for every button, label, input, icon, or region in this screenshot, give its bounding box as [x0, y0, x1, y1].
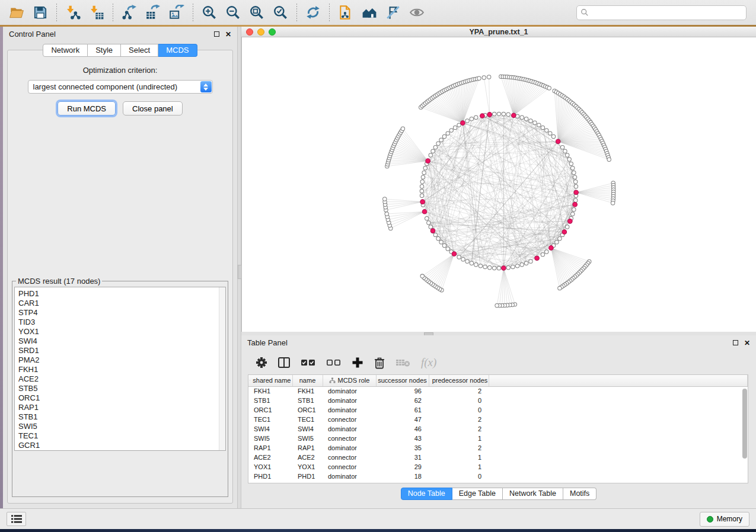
table-panel-title: Table Panel — [247, 338, 288, 347]
toolbar-separator — [113, 4, 113, 21]
network-titlebar: YPA_prune.txt_1 — [241, 27, 756, 37]
mcds-node-item[interactable]: SWI5 — [18, 422, 225, 431]
table-row[interactable]: ORC1ORC1dominator610 — [248, 405, 748, 415]
table-toolbar: f(x) — [241, 350, 756, 374]
mcds-node-item[interactable]: STP4 — [18, 308, 225, 318]
float-panel-icon[interactable] — [214, 31, 219, 37]
mcds-node-item[interactable]: ACE2 — [18, 374, 225, 384]
criterion-dropdown[interactable]: largest connected component (undirected) — [28, 80, 213, 94]
table-row[interactable]: SWI5SWI5connector431 — [248, 434, 748, 443]
mcds-node-item[interactable]: STB5 — [18, 384, 225, 393]
run-mcds-button[interactable]: Run MCDS — [58, 101, 116, 116]
tab-node-table[interactable]: Node Table — [401, 488, 452, 500]
column-header-shared-name[interactable]: shared name — [248, 375, 292, 386]
close-panel-icon[interactable]: ✕ — [744, 339, 750, 347]
import-table-button[interactable] — [86, 2, 107, 23]
table-scrollbar[interactable] — [742, 387, 747, 482]
export-network-button[interactable] — [119, 2, 140, 23]
tab-mcds[interactable]: MCDS — [158, 44, 197, 57]
export-network-icon — [122, 5, 137, 20]
column-header-successor-nodes[interactable]: successor nodes — [376, 375, 429, 386]
table-row[interactable]: YOX1YOX1connector291 — [248, 462, 748, 472]
tab-select[interactable]: Select — [121, 44, 158, 57]
mcds-node-item[interactable]: ORC1 — [18, 393, 225, 403]
network-canvas[interactable] — [241, 37, 756, 332]
column-header-name[interactable]: name — [292, 375, 323, 386]
tab-network-table[interactable]: Network Table — [503, 488, 563, 500]
close-panel-button[interactable]: Close panel — [123, 101, 183, 116]
delete-column-button[interactable] — [374, 355, 385, 370]
main-toolbar — [0, 0, 756, 25]
table-scrollbar-thumb[interactable] — [742, 389, 747, 459]
mcds-node-item[interactable]: STB1 — [18, 412, 225, 422]
save-session-button[interactable] — [30, 2, 51, 23]
tab-edge-table[interactable]: Edge Table — [452, 488, 503, 500]
show-hidden-button[interactable] — [406, 2, 428, 23]
apply-layout-button[interactable] — [302, 2, 324, 23]
table-row[interactable]: ACE2ACE2connector311 — [248, 453, 748, 462]
table-row[interactable]: SWI4SWI4dominator462 — [248, 424, 748, 434]
mcds-node-item[interactable]: PMA2 — [18, 355, 225, 365]
float-panel-icon[interactable] — [733, 340, 738, 345]
hide-annotations-button[interactable] — [382, 2, 404, 23]
open-network-file-button[interactable] — [335, 2, 356, 23]
table-row[interactable]: RAP1RAP1dominator352 — [248, 443, 748, 453]
zoom-fit-icon — [249, 5, 264, 20]
mcds-node-item[interactable]: YOX1 — [18, 327, 225, 336]
tab-network[interactable]: Network — [43, 44, 88, 57]
mcds-node-item[interactable]: GCR1 — [18, 441, 225, 450]
trash-icon — [374, 357, 385, 369]
mcds-node-item[interactable]: CAR1 — [18, 299, 225, 308]
import-table-icon — [89, 5, 104, 20]
zoom-fit-button[interactable] — [246, 2, 267, 23]
open-session-button[interactable] — [6, 2, 27, 23]
show-columns-button[interactable] — [277, 355, 291, 370]
tab-motifs[interactable]: Motifs — [563, 488, 596, 500]
mcds-node-item[interactable]: SRD1 — [18, 346, 225, 355]
mcds-node-item[interactable]: SWI4 — [18, 336, 225, 346]
table-row[interactable]: PHD1PHD1dominator180 — [248, 472, 748, 481]
vertical-splitter[interactable] — [237, 27, 241, 508]
create-column-button[interactable] — [352, 355, 363, 370]
column-header-mcds-role[interactable]: MCDS role — [323, 375, 376, 386]
export-table-button[interactable] — [142, 2, 164, 23]
mcds-list-scrollbar[interactable] — [219, 287, 225, 450]
table-settings-button[interactable] — [256, 355, 267, 370]
function-builder-button[interactable]: f(x) — [421, 355, 436, 370]
table-tabs: Node Table Edge Table Network Table Moti… — [241, 488, 756, 500]
optimization-criterion-label: Optimization criterion: — [8, 66, 232, 75]
network-title: YPA_prune.txt_1 — [241, 28, 756, 36]
import-network-button[interactable] — [62, 2, 84, 23]
tab-style[interactable]: Style — [88, 44, 121, 57]
table-row[interactable]: FKH1FKH1dominator962 — [248, 386, 748, 396]
network-file-icon — [338, 5, 353, 20]
control-panel-title: Control Panel — [9, 30, 56, 39]
show-log-button[interactable] — [7, 512, 26, 526]
mcds-result-list[interactable]: PHD1CAR1STP4TID3YOX1SWI4SRD1PMA2FKH1ACE2… — [14, 287, 226, 451]
deselect-all-columns-button[interactable] — [326, 355, 342, 370]
search-input[interactable] — [589, 8, 742, 17]
mcds-node-item[interactable]: RAP1 — [18, 403, 225, 412]
node-table-container: shared name name MCDS role successor nod… — [248, 374, 748, 483]
zoom-selected-button[interactable] — [270, 2, 291, 23]
table-row[interactable]: STB1STB1dominator620 — [248, 396, 748, 405]
memory-button[interactable]: Memory — [700, 512, 749, 527]
search-box — [576, 5, 747, 20]
zoom-in-button[interactable] — [199, 2, 220, 23]
mcds-node-item[interactable]: TID3 — [18, 318, 225, 327]
close-panel-icon[interactable]: ✕ — [225, 31, 231, 38]
export-image-button[interactable] — [166, 2, 187, 23]
column-header-predecessor-nodes[interactable]: predecessor nodes — [429, 375, 489, 386]
mcds-node-item[interactable]: TEC1 — [18, 431, 225, 441]
show-networks-button[interactable] — [359, 2, 380, 23]
export-image-icon — [169, 5, 184, 20]
table-row[interactable]: TEC1TEC1connector472 — [248, 415, 748, 424]
select-all-columns-button[interactable] — [301, 355, 316, 370]
mcds-node-item[interactable]: PHD1 — [18, 289, 225, 299]
memory-status-icon — [707, 516, 713, 523]
zoom-out-button[interactable] — [222, 2, 244, 23]
mcds-result-title: MCDS result (17 nodes) — [16, 277, 102, 286]
select-all-icon — [301, 357, 316, 368]
mcds-node-item[interactable]: FKH1 — [18, 365, 225, 374]
destroy-table-button[interactable] — [395, 355, 411, 370]
